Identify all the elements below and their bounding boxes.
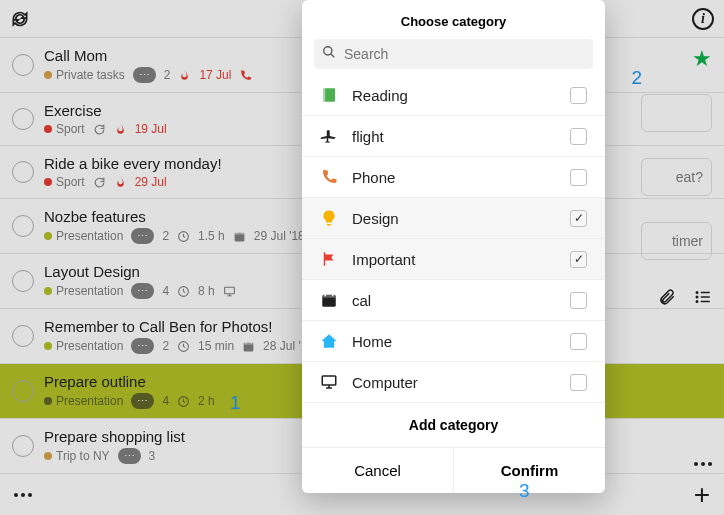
category-label: Reading <box>352 87 556 104</box>
svg-line-23 <box>331 54 335 58</box>
svg-rect-25 <box>323 88 325 102</box>
cancel-button[interactable]: Cancel <box>302 448 453 493</box>
bulb-icon <box>320 209 338 227</box>
category-label: Computer <box>352 374 556 391</box>
category-checkbox[interactable]: ✓ <box>570 251 587 268</box>
search-input[interactable] <box>344 46 585 62</box>
category-label: Important <box>352 251 556 268</box>
category-label: flight <box>352 128 556 145</box>
svg-rect-31 <box>322 376 336 385</box>
svg-rect-28 <box>322 295 336 298</box>
category-checkbox[interactable] <box>570 169 587 186</box>
screen-icon <box>320 373 338 391</box>
category-modal: Choose category Reading flight Phone Des… <box>302 0 605 493</box>
category-checkbox[interactable]: ✓ <box>570 210 587 227</box>
flag-icon <box>320 250 338 268</box>
category-label: Phone <box>352 169 556 186</box>
category-checkbox[interactable] <box>570 292 587 309</box>
category-row[interactable]: Important ✓ <box>302 239 605 280</box>
category-row[interactable]: Home <box>302 321 605 362</box>
svg-rect-26 <box>327 224 332 226</box>
category-row[interactable]: Design ✓ <box>302 198 605 239</box>
category-checkbox[interactable] <box>570 87 587 104</box>
category-label: Home <box>352 333 556 350</box>
phone-icon <box>320 168 338 186</box>
search-icon <box>322 45 336 63</box>
add-category-button[interactable]: Add category <box>302 403 605 448</box>
category-label: Design <box>352 210 556 227</box>
annotation-3: 3 <box>519 480 530 502</box>
category-row[interactable]: flight <box>302 116 605 157</box>
home-icon <box>320 332 338 350</box>
plane-icon <box>320 127 338 145</box>
category-row[interactable]: Phone <box>302 157 605 198</box>
category-list: Reading flight Phone Design ✓ Important … <box>302 75 605 403</box>
category-label: cal <box>352 292 556 309</box>
category-row[interactable]: Reading <box>302 75 605 116</box>
svg-point-22 <box>324 47 332 55</box>
modal-footer: Cancel Confirm <box>302 448 605 493</box>
book-icon <box>320 86 338 104</box>
category-checkbox[interactable] <box>570 374 587 391</box>
modal-title: Choose category <box>302 0 605 39</box>
category-checkbox[interactable] <box>570 333 587 350</box>
category-row[interactable]: cal <box>302 280 605 321</box>
cal-icon <box>320 291 338 309</box>
search-field[interactable] <box>314 39 593 69</box>
category-row[interactable]: Computer <box>302 362 605 403</box>
category-checkbox[interactable] <box>570 128 587 145</box>
